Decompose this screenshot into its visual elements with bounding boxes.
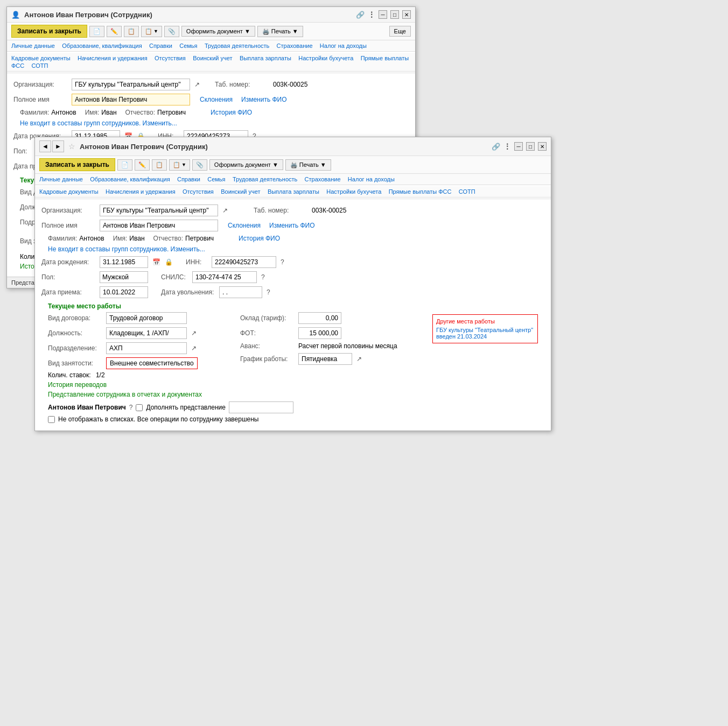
nav-nalog[interactable]: Налог на доходы [320, 43, 367, 49]
w2-nav-zarplata[interactable]: Выплата зарплаты [268, 188, 319, 195]
w2-sklonenia-link[interactable]: Склонения [228, 222, 261, 229]
fullname-input[interactable] [72, 94, 190, 105]
w2-toolbar-icon2[interactable]: ✏️ [135, 159, 150, 171]
w2-date-priem-input[interactable] [100, 286, 148, 298]
w2-vid-dogovora-input[interactable] [106, 312, 187, 324]
maximize-button[interactable]: □ [390, 10, 399, 19]
w2-predstavlenie-question[interactable]: ? [129, 404, 133, 411]
link-icon[interactable]: 🔗 [356, 11, 365, 19]
window2-save-close-button[interactable]: Записать и закрыть [39, 158, 115, 171]
w2-pol-select[interactable]: Мужской [100, 271, 148, 283]
forward-button[interactable]: ► [52, 140, 64, 152]
menu-icon[interactable]: ⋮ [368, 10, 375, 19]
w2-ne-otobrazhat-checkbox[interactable] [48, 416, 55, 423]
org-link-icon[interactable]: ↗ [194, 81, 200, 88]
w2-calendar-icon[interactable]: 📅 [152, 258, 160, 266]
w2-nav-otsutstviya[interactable]: Отсутствия [183, 188, 214, 195]
nav-nachisleniya[interactable]: Начисления и удержания [78, 55, 148, 61]
nav-strahovanie[interactable]: Страхование [277, 43, 313, 49]
w2-grafik-link-icon[interactable]: ↗ [356, 355, 362, 363]
nav-buhuchet[interactable]: Настройки бухучета [298, 55, 353, 61]
w2-dolzhnost-link-icon[interactable]: ↗ [191, 329, 197, 337]
group-link[interactable]: Не входит в составы групп сотрудников. И… [13, 119, 409, 127]
nav-sotp[interactable]: СОТП [32, 62, 48, 69]
w2-inn-input[interactable] [212, 256, 276, 268]
w2-dob-input[interactable] [100, 256, 148, 268]
nav-trud[interactable]: Трудовая деятельность [205, 43, 269, 49]
w2-other-work-link[interactable]: ГБУ культуры "Театральный центр" введен … [436, 327, 533, 340]
w2-podrazdelenie-link-icon[interactable]: ↗ [191, 344, 197, 352]
toolbar-icon1[interactable]: 📄 [89, 26, 104, 37]
toolbar-icon3[interactable]: 📋 [124, 26, 139, 37]
w2-toolbar-icon4[interactable]: 📋 ▼ [169, 159, 190, 171]
w2-print-button[interactable]: 🖨️ Печать ▼ [285, 159, 331, 171]
toolbar-icon5[interactable]: 📎 [164, 26, 179, 37]
w2-lock-icon[interactable]: 🔒 [165, 258, 173, 266]
w2-nav-nachisleniya[interactable]: Начисления и удержания [106, 188, 176, 195]
close-button[interactable]: ✕ [402, 10, 411, 19]
star-button[interactable]: ☆ [68, 142, 75, 151]
w2-inn-question[interactable]: ? [281, 258, 284, 266]
w2-izmenit-fio-link[interactable]: Изменить ФИО [269, 222, 315, 229]
back-button[interactable]: ◄ [39, 140, 51, 152]
w2-toolbar-icon3[interactable]: 📋 [152, 159, 167, 171]
w2-snils-question[interactable]: ? [261, 273, 265, 281]
w2-nav-personal[interactable]: Личные данные [39, 176, 83, 182]
nav-spravki[interactable]: Справки [149, 43, 172, 49]
w2-nav-trud[interactable]: Трудовая деятельность [233, 176, 297, 182]
w2-toolbar-icon5[interactable]: 📎 [192, 159, 207, 171]
w2-fot-input[interactable] [298, 327, 341, 339]
toolbar-icon2[interactable]: ✏️ [107, 26, 122, 37]
w2-nav-semya[interactable]: Семья [207, 176, 225, 182]
w2-istoriya-perevodov-link[interactable]: История переводов [41, 381, 544, 389]
w2-date-uvolnenia-input[interactable] [219, 286, 262, 298]
window2-menu-icon[interactable]: ⋮ [503, 142, 511, 151]
issue-doc-button[interactable]: Оформить документ ▼ [181, 26, 255, 37]
nav-education[interactable]: Образование, квалификация [62, 43, 142, 49]
w2-nav-nalog[interactable]: Налог на доходы [348, 176, 395, 182]
w2-nav-sotp[interactable]: СОТП [459, 188, 475, 195]
w2-nav-kadry[interactable]: Кадровые документы [39, 188, 99, 195]
w2-date-uvolnenia-question[interactable]: ? [267, 288, 270, 296]
print-button[interactable]: 🖨️ Печать ▼ [257, 26, 303, 37]
nav-kadry[interactable]: Кадровые документы [11, 55, 71, 61]
izmenit-fio-link[interactable]: Изменить ФИО [241, 96, 287, 103]
w2-dopolnyat-checkbox[interactable] [136, 404, 143, 411]
window2-minimize-button[interactable]: ─ [514, 142, 523, 151]
org-input[interactable] [72, 79, 190, 90]
w2-fullname-input[interactable] [100, 220, 218, 231]
nav-otsutstviya[interactable]: Отсутствия [155, 55, 186, 61]
w2-istoriya-fio-link[interactable]: История ФИО [239, 235, 280, 242]
nav-zarplata[interactable]: Выплата зарплаты [240, 55, 291, 61]
w2-issue-doc-button[interactable]: Оформить документ ▼ [209, 159, 283, 170]
w2-podrazdelenie-input[interactable] [106, 342, 187, 354]
minimize-button[interactable]: ─ [379, 10, 387, 19]
sklonenia-link[interactable]: Склонения [200, 96, 233, 103]
w2-predstavlenie-link[interactable]: Представление сотрудника в отчетах и док… [41, 391, 544, 398]
window2-close-button[interactable]: ✕ [538, 142, 547, 151]
w2-group-link[interactable]: Не входит в составы групп сотрудников. И… [41, 245, 544, 253]
save-close-button[interactable]: Записать и закрыть [11, 25, 87, 38]
w2-oklad-input[interactable] [298, 312, 341, 324]
window2-maximize-button[interactable]: □ [526, 142, 535, 151]
w2-dolzhnost-input[interactable] [106, 327, 187, 339]
nav-semya[interactable]: Семья [179, 43, 197, 49]
w2-nav-fss[interactable]: Прямые выплаты ФСС [389, 188, 452, 195]
w2-grafik-input[interactable] [298, 353, 352, 365]
w2-nav-voennyi[interactable]: Воинский учет [221, 188, 260, 195]
w2-nav-spravki[interactable]: Справки [177, 176, 200, 182]
more-button[interactable]: Еще [389, 26, 411, 37]
window2-link-icon[interactable]: 🔗 [492, 143, 500, 151]
w2-org-input[interactable] [100, 205, 218, 216]
w2-org-link-icon[interactable]: ↗ [222, 207, 228, 214]
istoriya-fio-link[interactable]: История ФИО [211, 109, 252, 116]
w2-toolbar-icon1[interactable]: 📄 [117, 159, 132, 171]
nav-personal[interactable]: Личные данные [11, 43, 55, 49]
w2-nav-education[interactable]: Образование, квалификация [90, 176, 170, 182]
nav-voennyi[interactable]: Воинский учет [193, 55, 232, 61]
toolbar-icon4[interactable]: 📋 ▼ [141, 26, 162, 37]
w2-nav-strahovanie[interactable]: Страхование [305, 176, 341, 182]
w2-snils-input[interactable] [192, 271, 257, 283]
w2-dopolnyat-input[interactable] [229, 401, 293, 413]
w2-nav-buhuchet[interactable]: Настройки бухучета [326, 188, 381, 195]
